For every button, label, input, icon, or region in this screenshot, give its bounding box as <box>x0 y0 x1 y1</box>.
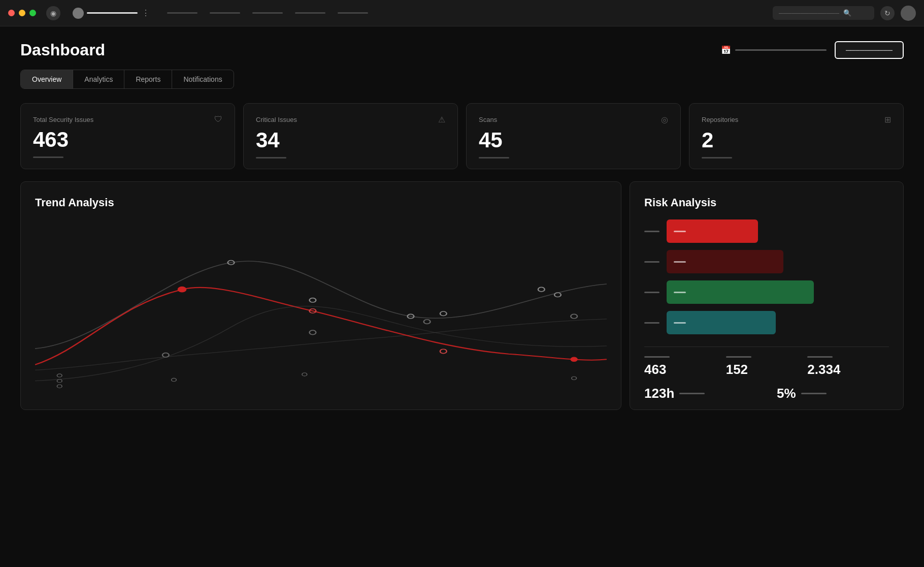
stat-value-3: 2 <box>702 130 891 151</box>
svg-point-13 <box>571 357 577 361</box>
stat-bar-2 <box>479 157 509 159</box>
risk-stats-row2: 123h 5% <box>644 386 889 401</box>
scan-icon: ◎ <box>661 115 668 124</box>
warning-icon: ⚠ <box>438 115 445 124</box>
trend-title: Trend Analysis <box>35 196 607 209</box>
svg-point-12 <box>440 349 447 353</box>
svg-point-16 <box>57 385 62 388</box>
date-range-slider[interactable] <box>735 49 827 51</box>
risk-bar-green <box>667 280 814 304</box>
panels-row: Trend Analysis <box>20 181 904 410</box>
risk-stats-row1: 463 152 2.334 <box>644 356 889 377</box>
risk-stat-value-1: 152 <box>726 362 808 377</box>
risk-label-2 <box>644 292 659 293</box>
nav-item-1 <box>167 12 197 14</box>
risk-stat-bar-1 <box>726 356 751 358</box>
close-button[interactable] <box>8 10 15 16</box>
stat-value-1: 34 <box>256 130 445 151</box>
stat-header-0: Total Security Issues 🛡 <box>33 115 222 124</box>
svg-point-1 <box>309 298 316 302</box>
app-logo: ◉ <box>46 6 60 20</box>
risk-bars <box>644 219 889 334</box>
main-content: Dashboard 📅 ────────── Overview Analytic… <box>0 26 924 424</box>
page-title: Dashboard <box>20 41 105 59</box>
stat-header-2: Scans ◎ <box>479 115 668 124</box>
search-bar[interactable]: ────────────── 🔍 <box>773 6 874 20</box>
stat-card-repositories: Repositories ⊞ 2 <box>689 103 904 169</box>
risk-stat-bar-3 <box>679 393 705 394</box>
tab-notifications[interactable]: Notifications <box>172 70 233 88</box>
nav-item-4 <box>295 12 325 14</box>
risk-label-0 <box>644 231 659 232</box>
risk-row-1 <box>644 250 889 273</box>
risk-stats: 463 152 2.334 123h <box>644 346 889 401</box>
tab-overview[interactable]: Overview <box>21 70 73 88</box>
traffic-lights <box>8 10 36 16</box>
dashboard-tabs: Overview Analytics Reports Notifications <box>20 70 234 89</box>
risk-bar-darkred <box>667 250 783 273</box>
risk-row-0 <box>644 219 889 243</box>
svg-point-19 <box>572 376 577 380</box>
stat-label-2: Scans <box>479 116 497 123</box>
svg-point-14 <box>57 374 62 377</box>
svg-point-8 <box>424 320 431 324</box>
titlebar: ◉ ⋮ ────────────── 🔍 ↻ <box>0 0 924 26</box>
svg-point-18 <box>302 373 307 376</box>
risk-panel: Risk Analysis <box>630 181 904 410</box>
risk-stat-bar-0 <box>644 356 670 358</box>
titlebar-slider[interactable]: ⋮ <box>69 8 151 19</box>
stat-value-2: 45 <box>479 130 668 151</box>
risk-stat-5pct: 5% <box>777 386 889 401</box>
filter-button[interactable]: ────────── <box>835 41 904 59</box>
risk-stat-123h: 123h <box>644 386 756 401</box>
calendar-icon: 📅 <box>721 45 731 55</box>
risk-bar-red <box>667 219 758 243</box>
stat-header-1: Critical Issues ⚠ <box>256 115 445 124</box>
svg-point-17 <box>172 378 177 381</box>
risk-title: Risk Analysis <box>644 196 889 209</box>
risk-stat-value-4: 5% <box>777 386 796 401</box>
risk-bar-teal <box>667 311 776 334</box>
risk-stat-bar-2 <box>807 356 833 358</box>
repository-icon: ⊞ <box>884 115 891 124</box>
risk-stat-value-0: 463 <box>644 362 726 377</box>
stat-bar-1 <box>256 157 286 159</box>
tab-analytics[interactable]: Analytics <box>73 70 124 88</box>
risk-row-2 <box>644 280 889 304</box>
risk-stat-463: 463 <box>644 356 726 377</box>
refresh-icon[interactable]: ↻ <box>880 6 895 20</box>
risk-label-3 <box>644 322 659 324</box>
stat-header-3: Repositories ⊞ <box>702 115 891 124</box>
risk-stat-value-3: 123h <box>644 386 674 401</box>
stat-bar-0 <box>33 156 63 158</box>
svg-point-6 <box>162 353 169 357</box>
user-avatar[interactable] <box>901 6 916 21</box>
svg-point-15 <box>57 379 62 382</box>
tab-reports[interactable]: Reports <box>124 70 172 88</box>
stat-bar-3 <box>702 157 732 159</box>
maximize-button[interactable] <box>29 10 36 16</box>
stat-value-0: 463 <box>33 129 222 150</box>
nav-item-3 <box>252 12 283 14</box>
risk-stat-152: 152 <box>726 356 808 377</box>
titlebar-menu-icon[interactable]: ⋮ <box>141 8 151 18</box>
stat-label-1: Critical Issues <box>256 116 297 123</box>
nav-item-2 <box>210 12 240 14</box>
date-control: 📅 <box>721 45 827 55</box>
minimize-button[interactable] <box>19 10 25 16</box>
page-header: Dashboard 📅 ────────── <box>20 41 904 59</box>
risk-label-1 <box>644 261 659 263</box>
stat-card-total-issues: Total Security Issues 🛡 463 <box>20 103 235 169</box>
risk-stat-value-2: 2.334 <box>807 362 889 377</box>
svg-point-7 <box>309 330 316 334</box>
risk-bar-inner-3 <box>674 322 686 324</box>
trend-chart <box>35 219 607 402</box>
stat-label-0: Total Security Issues <box>33 116 93 123</box>
svg-point-3 <box>440 311 447 316</box>
risk-stat-2334: 2.334 <box>807 356 889 377</box>
nav-item-5 <box>338 12 368 14</box>
stat-card-critical-issues: Critical Issues ⚠ 34 <box>243 103 458 169</box>
risk-row-3 <box>644 311 889 334</box>
stats-row: Total Security Issues 🛡 463 Critical Iss… <box>20 103 904 169</box>
stat-card-scans: Scans ◎ 45 <box>466 103 681 169</box>
